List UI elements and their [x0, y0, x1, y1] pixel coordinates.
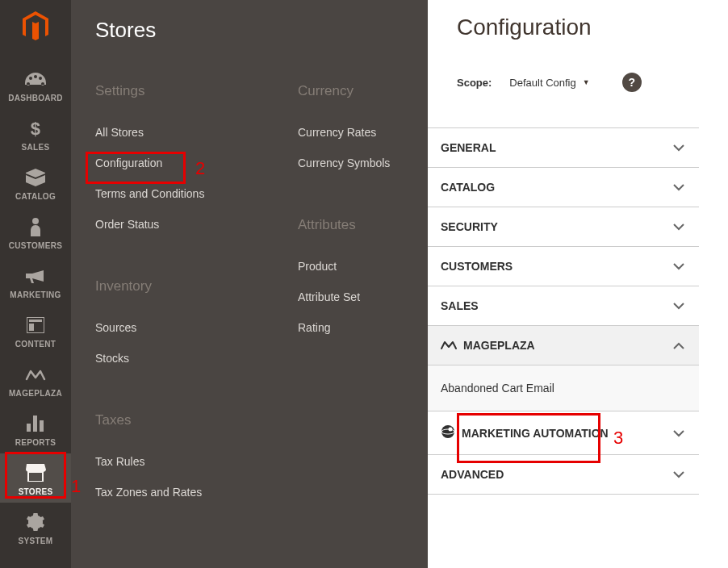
svg-rect-5: [27, 424, 31, 432]
bar-chart-icon: [27, 412, 44, 435]
section-sales[interactable]: SALES: [428, 286, 699, 326]
gauge-icon: [25, 68, 46, 90]
link-tax-zones[interactable]: Tax Zones and Rates: [95, 477, 298, 507]
nav-label: REPORTS: [15, 438, 56, 447]
section-label: CATALOG: [441, 181, 495, 194]
nav-catalog[interactable]: CATALOG: [0, 158, 71, 207]
nav-stores[interactable]: STORES: [0, 453, 71, 503]
config-sections: GENERAL CATALOG SECURITY CUSTOMERS SALES…: [428, 127, 699, 495]
link-sources[interactable]: Sources: [95, 312, 298, 343]
submenu-heading-inventory: Inventory: [95, 278, 298, 294]
person-icon: [29, 215, 42, 238]
scope-label: Scope:: [457, 77, 492, 89]
svg-point-1: [32, 218, 39, 224]
subitem-label: Abandoned Cart Email: [441, 382, 554, 395]
gear-icon: [27, 511, 44, 533]
page-title: Configuration: [457, 15, 728, 40]
help-icon[interactable]: ?: [622, 73, 642, 92]
caret-down-icon: ▼: [583, 78, 590, 86]
nav-label: CATALOG: [15, 192, 56, 201]
link-configuration[interactable]: Configuration: [95, 148, 298, 178]
svg-rect-8: [28, 472, 43, 482]
nav-sales[interactable]: $ SALES: [0, 109, 71, 158]
nav-label: CUSTOMERS: [9, 241, 62, 250]
chevron-down-icon: [673, 141, 684, 154]
chevron-down-icon: [673, 260, 684, 273]
scope-value: Default Config: [509, 77, 575, 89]
submenu-title: Stores: [95, 18, 428, 43]
link-attribute-set[interactable]: Attribute Set: [298, 282, 428, 312]
svg-rect-3: [29, 320, 42, 322]
nav-label: SYSTEM: [19, 537, 53, 545]
link-currency-rates[interactable]: Currency Rates: [298, 117, 428, 148]
submenu-heading-settings: Settings: [95, 83, 298, 99]
nav-label: MAGEPLAZA: [9, 389, 62, 398]
megaphone-icon: [26, 265, 45, 287]
section-label: MAGEPLAZA: [463, 339, 535, 352]
nav-reports[interactable]: REPORTS: [0, 404, 71, 453]
link-order-status[interactable]: Order Status: [95, 209, 298, 240]
svg-point-9: [441, 425, 454, 438]
magento-logo-icon[interactable]: [22, 11, 49, 45]
nav-label: STORES: [19, 487, 53, 496]
section-marketing-automation[interactable]: MARKETING AUTOMATION: [428, 411, 699, 455]
link-currency-symbols[interactable]: Currency Symbols: [298, 148, 428, 178]
mageplaza-icon: [25, 363, 46, 386]
submenu-heading-attributes: Attributes: [298, 217, 428, 233]
section-general[interactable]: GENERAL: [428, 128, 699, 168]
nav-mageplaza[interactable]: MAGEPLAZA: [0, 355, 71, 404]
svg-rect-7: [40, 420, 44, 432]
svg-rect-4: [29, 324, 34, 331]
link-terms[interactable]: Terms and Conditions: [95, 178, 298, 209]
chevron-down-icon: [673, 220, 684, 233]
svg-point-11: [449, 428, 453, 432]
dollar-icon: $: [30, 117, 41, 140]
section-label: SECURITY: [441, 220, 498, 233]
nav-label: CONTENT: [15, 340, 56, 349]
mageplaza-icon: [441, 339, 457, 352]
link-all-stores[interactable]: All Stores: [95, 117, 298, 148]
scope-row: Scope: Default Config ▼ ?: [457, 73, 728, 92]
chevron-down-icon: [673, 427, 684, 440]
link-tax-rules[interactable]: Tax Rules: [95, 446, 298, 477]
link-rating[interactable]: Rating: [298, 312, 428, 343]
link-stocks[interactable]: Stocks: [95, 343, 298, 374]
storefront-icon: [25, 461, 46, 484]
section-label: MARKETING AUTOMATION: [462, 427, 609, 440]
nav-content[interactable]: CONTENT: [0, 306, 71, 355]
section-mageplaza[interactable]: MAGEPLAZA: [428, 326, 699, 365]
section-security[interactable]: SECURITY: [428, 207, 699, 247]
chevron-down-icon: [673, 181, 684, 194]
nav-system[interactable]: SYSTEM: [0, 503, 71, 552]
svg-rect-6: [33, 416, 37, 432]
nav-label: MARKETING: [10, 290, 61, 299]
main-content: Configuration Scope: Default Config ▼ ? …: [428, 0, 728, 568]
section-label: GENERAL: [441, 141, 496, 154]
nav-label: SALES: [22, 143, 50, 152]
layout-icon: [27, 314, 44, 336]
nav-marketing[interactable]: MARKETING: [0, 257, 71, 306]
scope-selector[interactable]: Default Config ▼: [506, 75, 592, 90]
sphere-icon: [441, 424, 455, 441]
section-label: ADVANCED: [441, 468, 504, 481]
submenu-heading-taxes: Taxes: [95, 412, 298, 428]
section-label: SALES: [441, 299, 479, 312]
link-product[interactable]: Product: [298, 251, 428, 282]
nav-label: DASHBOARD: [8, 94, 63, 102]
nav-dashboard[interactable]: DASHBOARD: [0, 60, 71, 109]
chevron-up-icon: [673, 339, 684, 352]
section-catalog[interactable]: CATALOG: [428, 168, 699, 207]
section-customers[interactable]: CUSTOMERS: [428, 247, 699, 286]
submenu-heading-currency: Currency: [298, 83, 428, 99]
svg-text:$: $: [31, 119, 41, 138]
chevron-down-icon: [673, 299, 684, 312]
chevron-down-icon: [673, 468, 684, 481]
stores-submenu: Stores Settings All Stores Configuration…: [71, 0, 428, 568]
section-label: CUSTOMERS: [441, 260, 513, 273]
subitem-abandoned-cart-email[interactable]: Abandoned Cart Email: [428, 365, 699, 411]
nav-customers[interactable]: CUSTOMERS: [0, 207, 71, 257]
admin-sidebar: DASHBOARD $ SALES CATALOG CUSTOMERS MARK…: [0, 0, 71, 568]
section-advanced[interactable]: ADVANCED: [428, 455, 699, 495]
box-icon: [26, 166, 45, 189]
